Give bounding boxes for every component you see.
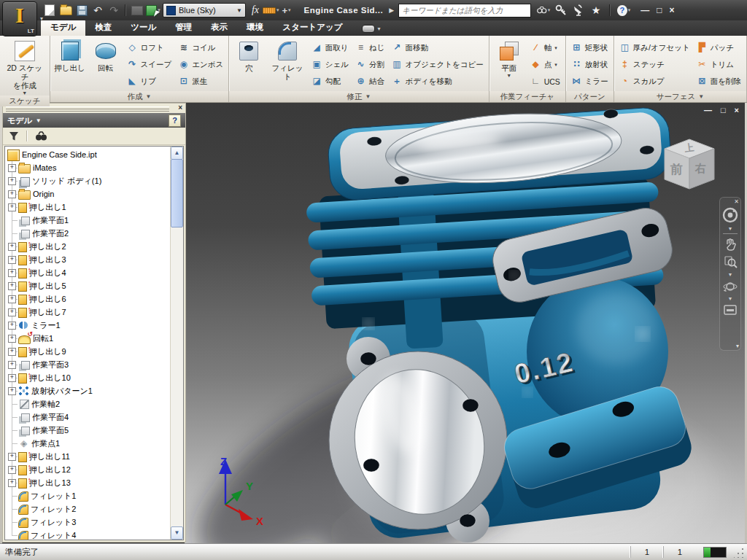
expand-button[interactable]: + [8,177,16,185]
redo-button[interactable]: ↷ [107,3,121,18]
tree-item[interactable]: +回転1 [5,332,171,345]
expand-button[interactable]: + [8,203,16,211]
ucs-button[interactable]: ∟UCS [527,73,563,90]
axis-button[interactable]: ∕軸▾ [527,39,563,56]
scroll-up-button[interactable]: ▲ [171,147,183,160]
chevron-down-icon[interactable]: ▼ [728,272,733,277]
expand-button[interactable]: + [8,453,16,461]
panel-label-surface[interactable]: サーフェス▼ [614,91,746,102]
ribbon-display-toggle[interactable]: ▾ [362,25,380,33]
panel-label-modify[interactable]: 修正▼ [229,91,488,102]
tree-item[interactable]: 作業平面1 [5,214,171,227]
shell-button[interactable]: ▣シェル [309,56,352,73]
tree-item[interactable]: フィレット3 [5,516,171,529]
loft-button[interactable]: ◇ロフト [124,39,175,56]
point-button[interactable]: ◆点▾ [527,56,563,73]
tree-item[interactable]: +放射状パターン1 [5,384,171,397]
tree-item[interactable]: +押し出し10 [5,371,171,384]
window-close-button[interactable]: × [669,6,674,15]
extrude-button[interactable]: 押し出し [53,38,88,72]
search-button[interactable]: ▾ [537,4,550,17]
move-body-button[interactable]: ＋ボディを移動 [388,73,486,90]
steering-wheel-icon[interactable] [722,207,738,223]
tree-item[interactable]: +押し出し5 [5,279,171,292]
split-button[interactable]: ∿分割 [352,56,388,73]
create-2d-sketch-button[interactable]: 2D スケッチ を作成▼ [2,38,47,96]
plane-button[interactable]: 平面▼ [492,38,527,78]
chevron-down-icon[interactable]: ▼ [728,226,733,231]
expand-button[interactable]: + [8,190,16,198]
application-menu-button[interactable]: I LT ▾ [2,1,37,36]
tree-item[interactable]: +押し出し12 [5,463,171,476]
resize-grip[interactable] [734,546,746,558]
open-file-button[interactable] [58,3,73,18]
tree-item[interactable]: +押し出し2 [5,240,171,253]
tree-item[interactable]: +押し出し4 [5,266,171,279]
doc-restore-button[interactable]: □ [721,106,726,114]
derive-button[interactable]: ⊡派生 [175,73,226,90]
tab-manage[interactable]: 管理 [166,20,201,36]
tab-get-started[interactable]: スタートアップ [273,20,352,36]
expand-button[interactable]: + [8,164,16,172]
rectangular-pattern-button[interactable]: ⊞矩形状 [568,39,611,56]
find-icon[interactable] [35,131,47,141]
parameters-fx-button[interactable]: fx [248,3,263,18]
viewcube-top-label[interactable]: 上 [684,141,694,154]
expand-button[interactable]: + [8,295,16,303]
zoom-icon[interactable] [724,255,738,269]
emboss-button[interactable]: ◉エンボス [175,56,226,73]
expand-button[interactable]: + [8,335,16,343]
communication-center-button[interactable] [572,4,585,17]
rib-button[interactable]: ◣リブ [124,73,175,90]
expand-button[interactable]: + [8,361,16,369]
orbit-icon[interactable] [723,280,738,293]
scrollbar-thumb[interactable] [171,159,183,228]
undo-button[interactable]: ↶ [90,3,105,18]
tree-item[interactable]: +押し出し13 [5,476,171,489]
browser-help-button[interactable]: ? [169,114,181,127]
tab-model[interactable]: モデル [41,20,85,36]
browser-header[interactable]: モデル ▼ ? [3,113,185,128]
move-face-button[interactable]: ↗面移動 [388,39,486,56]
tree-item[interactable]: フィレット2 [5,502,171,516]
customize-qat-button[interactable]: +▾ [279,3,294,18]
appearance-combo[interactable]: Blue (Sky) ▼ [163,3,246,18]
tab-inspect[interactable]: 検査 [85,20,121,36]
tree-scrollbar[interactable]: ▲ ▼ [170,147,183,540]
hole-button[interactable]: 穴 [231,38,266,72]
panel-label-pattern[interactable]: パターン [566,91,614,102]
tree-item[interactable]: +Origin [5,187,171,201]
material-button[interactable]: ▾ [146,3,160,18]
measure-button[interactable]: ▾ [263,3,279,18]
patch-button[interactable]: ▛パッチ [694,39,744,56]
expand-button[interactable]: + [8,374,16,382]
tree-item[interactable]: +作業平面3 [5,358,171,371]
thicken-offset-button[interactable]: ◫厚み/オフセット [616,39,693,56]
chamfer-button[interactable]: ◢面取り [309,39,352,56]
expand-button[interactable]: + [8,466,16,474]
browser-close-button[interactable]: × [178,104,182,112]
trim-button[interactable]: ✂トリム [694,56,744,73]
pan-hand-icon[interactable] [724,238,737,251]
sculpt-button[interactable]: ◔スカルプ [616,73,693,90]
window-maximize-button[interactable]: □ [657,6,662,15]
tree-item[interactable]: +押し出し6 [5,292,171,306]
tree-item[interactable]: +ソリッド ボディ(1) [5,174,171,187]
combine-button[interactable]: ⊕結合 [352,73,388,90]
expand-button[interactable]: + [8,256,16,264]
tree-item[interactable]: +押し出し9 [5,345,171,358]
tree-item[interactable]: 作業点1 [5,437,171,450]
panel-label-sketch[interactable]: スケッチ [0,96,50,106]
expand-button[interactable]: + [8,479,16,487]
doc-minimize-button[interactable]: — [704,106,712,114]
insert-image-button[interactable] [130,3,144,18]
help-search-input[interactable] [398,4,531,18]
tab-view[interactable]: 表示 [201,20,237,36]
expand-button[interactable]: + [8,308,16,316]
delete-face-button[interactable]: ⊠面を削除 [694,73,744,90]
look-at-icon[interactable] [723,304,738,316]
tree-item[interactable]: フィレット1 [5,489,171,502]
expand-button[interactable]: + [8,387,16,395]
circular-pattern-button[interactable]: ∷放射状 [568,56,611,73]
panel-label-create[interactable]: 作成▼ [50,91,229,102]
